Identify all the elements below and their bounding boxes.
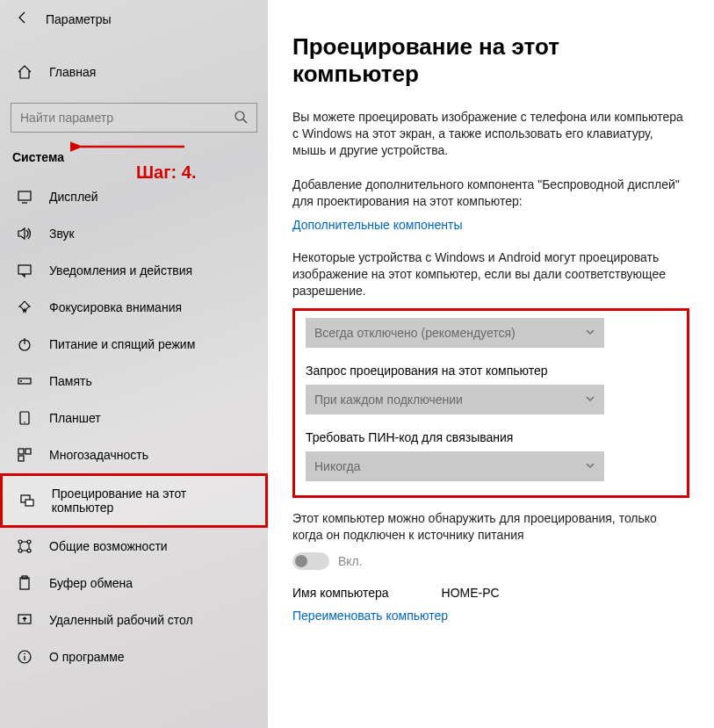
clipboard-icon [16,575,33,591]
sidebar-item-label: Проецирование на этот компьютер [52,487,249,515]
sidebar-item-remote[interactable]: Удаленный рабочий стол [0,602,268,638]
display-icon [16,189,33,205]
main-content: Проецирование на этот компьютер Вы может… [268,0,714,728]
svg-rect-3 [18,191,31,200]
svg-point-19 [18,549,22,552]
sidebar-item-multitask[interactable]: Многозадачность [0,436,268,473]
svg-point-11 [24,422,25,423]
pc-name-label: Имя компьютера [292,586,389,600]
back-icon[interactable] [16,11,30,27]
sidebar-item-tablet[interactable]: Планшет [0,400,268,436]
dropdown-value: Никогда [314,459,360,473]
intro-text-2: Добавление дополнительного компонента "Б… [292,177,689,210]
page-title: Проецирование на этот компьютер [292,33,689,88]
home-nav[interactable]: Главная [0,54,268,90]
focus-icon [16,299,33,315]
sound-icon [16,226,33,241]
notification-icon [16,263,33,278]
dropdown-pin[interactable]: Никогда [306,451,604,481]
svg-rect-5 [18,265,31,274]
sidebar-item-power[interactable]: Питание и спящий режим [0,326,268,363]
svg-point-0 [235,112,244,120]
sidebar-item-label: Многозадачность [49,448,148,462]
svg-point-18 [27,540,31,544]
info-icon [16,649,33,665]
intro-text-1: Вы можете проецировать изображение с тел… [292,109,689,159]
home-icon [16,64,33,80]
dropdown-label-ask: Запрос проецирования на этот компьютер [306,364,676,378]
shared-icon [16,538,33,554]
sidebar-item-label: Буфер обмена [49,576,133,590]
sidebar-item-storage[interactable]: Память [0,363,268,400]
svg-point-20 [27,549,31,552]
window-title: Параметры [46,12,112,26]
sidebar-item-label: Звук [49,227,75,241]
svg-point-25 [24,653,25,655]
discoverable-toggle[interactable] [292,552,329,570]
chevron-down-icon [585,459,595,473]
svg-rect-16 [25,500,33,506]
svg-point-17 [18,540,22,544]
chevron-down-icon [585,326,595,340]
search-input-wrap[interactable] [11,103,257,133]
dropdown-availability[interactable]: Всегда отключено (рекомендуется) [306,318,604,348]
svg-rect-12 [18,449,24,454]
sidebar-item-label: Общие возможности [49,539,168,553]
sidebar-item-label: О программе [49,650,125,664]
optional-features-link[interactable]: Дополнительные компоненты [292,218,463,232]
multitask-icon [16,447,33,463]
sidebar-item-shared[interactable]: Общие возможности [0,528,268,565]
toggle-state-label: Вкл. [338,554,363,568]
svg-rect-13 [25,449,31,454]
sidebar-item-label: Память [49,374,92,388]
storage-icon [16,373,33,389]
section-header: Система [0,145,268,178]
dropdowns-highlight: Всегда отключено (рекомендуется) Запрос … [292,308,689,498]
search-input[interactable] [20,111,213,125]
dropdown-label-pin: Требовать ПИН-код для связывания [306,430,676,444]
sidebar-item-sound[interactable]: Звук [0,215,268,252]
sidebar-item-focus[interactable]: Фокусировка внимания [0,289,268,326]
power-icon [16,336,33,352]
dropdown-value: При каждом подключении [314,393,463,407]
sidebar-item-notifications[interactable]: Уведомления и действия [0,252,268,289]
sidebar-item-label: Дисплей [49,190,98,204]
dropdown-value: Всегда отключено (рекомендуется) [314,326,516,340]
sidebar-item-about[interactable]: О программе [0,638,268,675]
sidebar-item-label: Удаленный рабочий стол [49,613,193,627]
sidebar-item-projecting[interactable]: Проецирование на этот компьютер [0,473,268,528]
sidebar: Параметры Главная Система Шаг: 4. Диспл [0,0,268,728]
tablet-icon [16,410,33,426]
pc-name-value: HOME-PC [442,586,500,600]
home-label: Главная [49,65,96,79]
svg-line-1 [243,119,247,123]
svg-point-9 [20,380,22,382]
project-icon [18,493,36,508]
dropdown-ask[interactable]: При каждом подключении [306,385,604,414]
sidebar-item-clipboard[interactable]: Буфер обмена [0,565,268,602]
sidebar-item-display[interactable]: Дисплей [0,178,268,215]
search-icon[interactable] [234,110,248,126]
power-note: Этот компьютер можно обнаружить для прое… [292,510,689,544]
sidebar-item-label: Фокусировка внимания [49,300,182,314]
sidebar-item-label: Планшет [49,411,101,425]
remote-icon [16,612,33,628]
sidebar-item-label: Уведомления и действия [49,263,192,278]
svg-rect-21 [20,578,29,589]
chevron-down-icon [585,393,595,407]
rename-pc-link[interactable]: Переименовать компьютер [292,609,448,623]
sidebar-item-label: Питание и спящий режим [49,337,195,351]
svg-rect-14 [18,456,24,461]
intro-text-3: Некоторые устройства с Windows и Android… [292,249,689,299]
